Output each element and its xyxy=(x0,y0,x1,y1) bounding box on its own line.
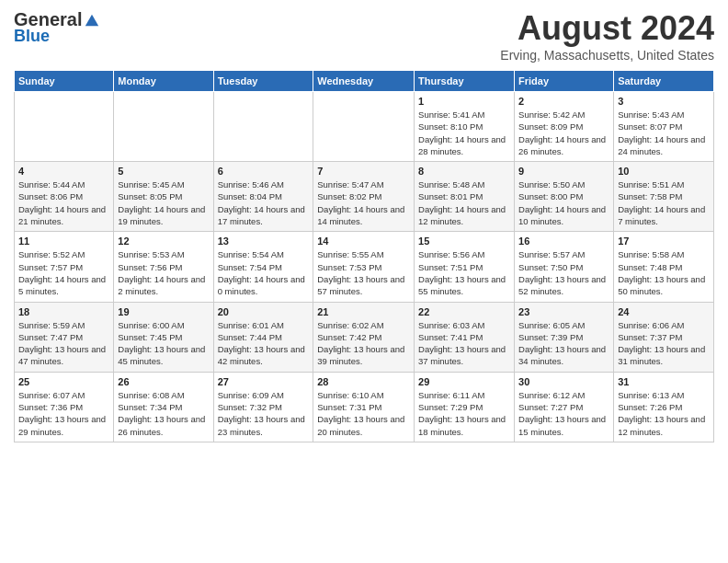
calendar-header-row: SundayMondayTuesdayWednesdayThursdayFrid… xyxy=(15,71,714,92)
day-number: 28 xyxy=(317,376,410,387)
day-cell: 19Sunrise: 6:00 AMSunset: 7:45 PMDayligh… xyxy=(114,302,213,372)
day-info: Sunrise: 5:48 AMSunset: 8:01 PMDaylight:… xyxy=(418,178,510,227)
day-number: 24 xyxy=(618,306,710,317)
day-cell: 26Sunrise: 6:08 AMSunset: 7:34 PMDayligh… xyxy=(114,372,213,442)
day-cell: 20Sunrise: 6:01 AMSunset: 7:44 PMDayligh… xyxy=(213,302,313,372)
day-info: Sunrise: 5:42 AMSunset: 8:09 PMDaylight:… xyxy=(518,109,609,157)
day-number: 17 xyxy=(618,236,710,247)
day-cell: 23Sunrise: 6:05 AMSunset: 7:39 PMDayligh… xyxy=(515,302,614,372)
day-header-wednesday: Wednesday xyxy=(313,71,415,92)
day-cell: 15Sunrise: 5:56 AMSunset: 7:51 PMDayligh… xyxy=(415,232,515,302)
day-number: 1 xyxy=(418,96,510,107)
day-header-thursday: Thursday xyxy=(415,71,515,92)
day-number: 5 xyxy=(118,166,209,177)
day-info: Sunrise: 5:43 AMSunset: 8:07 PMDaylight:… xyxy=(618,109,710,157)
day-number: 15 xyxy=(418,236,510,247)
day-number: 10 xyxy=(618,166,710,177)
day-number: 8 xyxy=(418,166,510,177)
day-header-friday: Friday xyxy=(515,71,614,92)
day-info: Sunrise: 5:52 AMSunset: 7:57 PMDaylight:… xyxy=(18,248,109,297)
day-number: 19 xyxy=(118,306,209,317)
day-info: Sunrise: 5:55 AMSunset: 7:53 PMDaylight:… xyxy=(317,248,410,297)
day-info: Sunrise: 6:05 AMSunset: 7:39 PMDaylight:… xyxy=(518,319,609,368)
day-info: Sunrise: 5:53 AMSunset: 7:56 PMDaylight:… xyxy=(118,248,209,297)
day-info: Sunrise: 6:09 AMSunset: 7:32 PMDaylight:… xyxy=(218,389,310,438)
day-info: Sunrise: 6:07 AMSunset: 7:36 PMDaylight:… xyxy=(18,389,109,438)
day-info: Sunrise: 6:02 AMSunset: 7:42 PMDaylight:… xyxy=(317,319,410,368)
day-cell: 30Sunrise: 6:12 AMSunset: 7:27 PMDayligh… xyxy=(515,372,614,442)
month-title: August 2024 xyxy=(500,9,714,48)
day-cell: 25Sunrise: 6:07 AMSunset: 7:36 PMDayligh… xyxy=(15,372,114,442)
day-info: Sunrise: 5:44 AMSunset: 8:06 PMDaylight:… xyxy=(18,178,109,227)
day-cell: 1Sunrise: 5:41 AMSunset: 8:10 PMDaylight… xyxy=(415,92,515,162)
title-block: August 2024 Erving, Massachusetts, Unite… xyxy=(500,9,714,63)
day-info: Sunrise: 5:56 AMSunset: 7:51 PMDaylight:… xyxy=(418,248,510,297)
calendar-table: SundayMondayTuesdayWednesdayThursdayFrid… xyxy=(14,70,714,442)
day-number: 22 xyxy=(418,306,510,317)
day-cell: 10Sunrise: 5:51 AMSunset: 7:58 PMDayligh… xyxy=(614,162,714,232)
logo-blue-text: Blue xyxy=(14,27,50,46)
day-number: 18 xyxy=(18,306,109,317)
day-cell: 11Sunrise: 5:52 AMSunset: 7:57 PMDayligh… xyxy=(15,232,114,302)
day-number: 16 xyxy=(518,236,609,247)
day-cell: 4Sunrise: 5:44 AMSunset: 8:06 PMDaylight… xyxy=(15,162,114,232)
day-cell xyxy=(15,92,114,162)
day-number: 6 xyxy=(218,166,310,177)
day-cell: 5Sunrise: 5:45 AMSunset: 8:05 PMDaylight… xyxy=(114,162,213,232)
day-header-tuesday: Tuesday xyxy=(213,71,313,92)
day-cell: 28Sunrise: 6:10 AMSunset: 7:31 PMDayligh… xyxy=(313,372,415,442)
day-cell: 14Sunrise: 5:55 AMSunset: 7:53 PMDayligh… xyxy=(313,232,415,302)
day-cell: 12Sunrise: 5:53 AMSunset: 7:56 PMDayligh… xyxy=(114,232,213,302)
day-cell xyxy=(114,92,213,162)
day-number: 7 xyxy=(317,166,410,177)
day-number: 9 xyxy=(518,166,609,177)
day-info: Sunrise: 5:47 AMSunset: 8:02 PMDaylight:… xyxy=(317,178,410,227)
svg-marker-0 xyxy=(85,14,98,26)
day-cell: 24Sunrise: 6:06 AMSunset: 7:37 PMDayligh… xyxy=(614,302,714,372)
day-number: 29 xyxy=(418,376,510,387)
day-number: 26 xyxy=(118,376,209,387)
calendar-body: 1Sunrise: 5:41 AMSunset: 8:10 PMDaylight… xyxy=(15,92,714,442)
day-info: Sunrise: 5:50 AMSunset: 8:00 PMDaylight:… xyxy=(518,178,609,227)
week-row-2: 4Sunrise: 5:44 AMSunset: 8:06 PMDaylight… xyxy=(15,162,714,232)
day-cell: 31Sunrise: 6:13 AMSunset: 7:26 PMDayligh… xyxy=(614,372,714,442)
day-info: Sunrise: 6:01 AMSunset: 7:44 PMDaylight:… xyxy=(218,319,310,368)
page-header: General Blue August 2024 Erving, Massach… xyxy=(14,9,714,63)
day-header-monday: Monday xyxy=(114,71,213,92)
day-header-saturday: Saturday xyxy=(614,71,714,92)
day-info: Sunrise: 5:41 AMSunset: 8:10 PMDaylight:… xyxy=(418,109,510,157)
day-cell: 18Sunrise: 5:59 AMSunset: 7:47 PMDayligh… xyxy=(15,302,114,372)
day-cell xyxy=(213,92,313,162)
location-subtitle: Erving, Massachusetts, United States xyxy=(500,48,714,63)
day-number: 13 xyxy=(218,236,310,247)
day-info: Sunrise: 6:06 AMSunset: 7:37 PMDaylight:… xyxy=(618,319,710,368)
day-info: Sunrise: 5:59 AMSunset: 7:47 PMDaylight:… xyxy=(18,319,109,368)
day-info: Sunrise: 5:57 AMSunset: 7:50 PMDaylight:… xyxy=(518,248,609,297)
day-cell: 21Sunrise: 6:02 AMSunset: 7:42 PMDayligh… xyxy=(313,302,415,372)
day-number: 4 xyxy=(18,166,109,177)
day-cell xyxy=(313,92,415,162)
day-cell: 17Sunrise: 5:58 AMSunset: 7:48 PMDayligh… xyxy=(614,232,714,302)
day-number: 3 xyxy=(618,96,710,107)
day-info: Sunrise: 6:08 AMSunset: 7:34 PMDaylight:… xyxy=(118,389,209,438)
day-number: 12 xyxy=(118,236,209,247)
day-number: 25 xyxy=(18,376,109,387)
day-cell: 3Sunrise: 5:43 AMSunset: 8:07 PMDaylight… xyxy=(614,92,714,162)
week-row-3: 11Sunrise: 5:52 AMSunset: 7:57 PMDayligh… xyxy=(15,232,714,302)
day-info: Sunrise: 5:54 AMSunset: 7:54 PMDaylight:… xyxy=(218,248,310,297)
logo: General Blue xyxy=(14,9,100,46)
day-cell: 8Sunrise: 5:48 AMSunset: 8:01 PMDaylight… xyxy=(415,162,515,232)
day-info: Sunrise: 5:58 AMSunset: 7:48 PMDaylight:… xyxy=(618,248,710,297)
day-cell: 9Sunrise: 5:50 AMSunset: 8:00 PMDaylight… xyxy=(515,162,614,232)
day-number: 31 xyxy=(618,376,710,387)
day-info: Sunrise: 6:13 AMSunset: 7:26 PMDaylight:… xyxy=(618,389,710,438)
logo-icon xyxy=(84,12,100,29)
day-cell: 7Sunrise: 5:47 AMSunset: 8:02 PMDaylight… xyxy=(313,162,415,232)
day-info: Sunrise: 5:45 AMSunset: 8:05 PMDaylight:… xyxy=(118,178,209,227)
day-number: 14 xyxy=(317,236,410,247)
week-row-4: 18Sunrise: 5:59 AMSunset: 7:47 PMDayligh… xyxy=(15,302,714,372)
week-row-5: 25Sunrise: 6:07 AMSunset: 7:36 PMDayligh… xyxy=(15,372,714,442)
day-info: Sunrise: 6:11 AMSunset: 7:29 PMDaylight:… xyxy=(418,389,510,438)
day-number: 21 xyxy=(317,306,410,317)
day-cell: 16Sunrise: 5:57 AMSunset: 7:50 PMDayligh… xyxy=(515,232,614,302)
